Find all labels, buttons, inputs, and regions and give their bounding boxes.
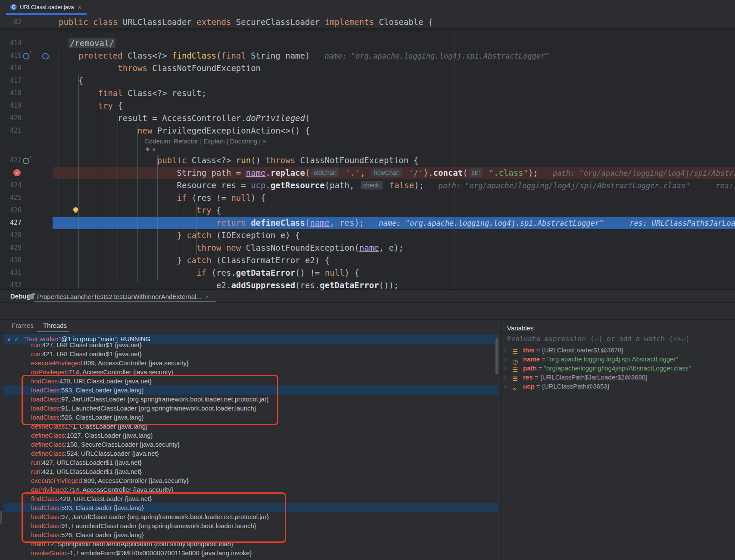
line-number: 432: [0, 279, 22, 289]
frame-method: loadClass: [31, 522, 59, 529]
stack-frame-row[interactable]: loadClass:593, ClassLoader {java.lang}: [3, 386, 498, 395]
java-class-icon: C: [10, 4, 17, 10]
frame-location: :427, URLClassLoader$1 {java.net}: [40, 459, 142, 466]
stack-frame-row[interactable]: loadClass:593, ClassLoader {java.lang}: [3, 503, 498, 512]
variable-row[interactable]: ›fname = "org.apache.logging.log4j.spi.A…: [501, 355, 735, 364]
stack-frame-row[interactable]: defineClass:524, URLClassLoader {java.ne…: [3, 449, 498, 458]
implementing-method-icon[interactable]: ↑: [23, 158, 29, 164]
debugger-inline-hint: path: "org/apache/logging/log4j/spi/Abst…: [553, 169, 735, 177]
code-text: final Class<?> result;: [59, 87, 206, 100]
frame-method: doPrivileged: [31, 486, 67, 493]
stack-frame-row[interactable]: run:427, URLClassLoader$1 {java.net}: [3, 340, 498, 349]
sticky-line: 82 public class URLClassLoader extends S…: [0, 16, 735, 29]
codeium-action-hint[interactable]: Codeium: Refactor | Explain | Docstring …: [144, 137, 266, 146]
ai-assistant-icon[interactable]: ❖ ∨: [145, 146, 156, 153]
stack-frame-row[interactable]: doPrivileged:714, AccessController {java…: [3, 367, 498, 376]
variable-row[interactable]: ›this = {URLClassLoader$1@3678}: [501, 345, 735, 355]
breakpoint-icon[interactable]: ✓: [13, 169, 21, 176]
code-line: 421 new PrivilegedExceptionAction<>() {: [0, 124, 735, 137]
code-editor[interactable]: 414 /removal/415↑↓ protected Class<?> fi…: [0, 16, 735, 289]
line-number: 415: [0, 50, 22, 62]
line-number: 422: [0, 154, 22, 167]
line-number: 431: [0, 267, 22, 279]
variable-text: ucp = {URLClassPath@3653}: [523, 382, 610, 391]
gradle-task-icon: [28, 294, 34, 299]
chevron-right-icon[interactable]: ›: [505, 373, 506, 382]
stack-frame-row[interactable]: defineClass:150, SecureClassLoader {java…: [3, 440, 498, 449]
frame-location: :427, URLClassLoader$1 {java.net}: [40, 341, 142, 348]
code-line: 416 throws ClassNotFoundException: [0, 62, 735, 75]
frame-location: :420, URLClassLoader {java.net}: [58, 495, 152, 502]
stack-frame-row[interactable]: loadClass:97, JarUrlClassLoader {org.spr…: [3, 512, 498, 521]
stack-frame-row[interactable]: loadClass:526, ClassLoader {java.lang}: [3, 413, 498, 422]
scrollbar-thumb[interactable]: [495, 338, 498, 374]
frame-method: invokeStatic: [31, 549, 66, 557]
debug-panel: Debug PropertiesLauncherTests2.testJarWi…: [0, 289, 735, 560]
stack-frame-row[interactable]: doPrivileged:714, AccessController {java…: [3, 485, 498, 494]
scrollbar-thumb[interactable]: [0, 511, 2, 524]
frame-method: loadClass: [31, 404, 59, 412]
frame-location: :420, URLClassLoader {java.net}: [58, 377, 152, 385]
close-icon[interactable]: ×: [206, 293, 209, 300]
chevron-right-icon[interactable]: ›: [505, 345, 506, 355]
debug-session-tab[interactable]: PropertiesLauncherTests2.testJarWithInne…: [28, 291, 209, 302]
chevron-right-icon[interactable]: ›: [505, 355, 506, 364]
frame-method: run: [31, 468, 40, 475]
stack-frame-row[interactable]: executePrivileged:809, AccessController …: [3, 358, 498, 367]
session-tab-title: PropertiesLauncherTests2.testJarWithInne…: [37, 293, 202, 300]
stack-frame-row[interactable]: run:427, URLClassLoader$1 {java.net}: [3, 458, 498, 467]
parameter-hint-chip: str:: [469, 168, 483, 177]
line-number: 417: [0, 75, 22, 87]
evaluate-expression-input[interactable]: Evaluate expression (↵) or add a watch (…: [501, 333, 735, 345]
frame-method: loadClass: [31, 395, 59, 403]
code-text: try {: [59, 204, 221, 217]
tab-title: URLClassLoader.java: [20, 4, 74, 10]
code-line: 432 e2.addSuppressed(res.getDataError())…: [0, 279, 735, 289]
code-text: if (res.getDataError() != null) {: [59, 267, 359, 279]
code-line: 418 final Class<?> result;: [0, 87, 735, 100]
tab-urlclassloader[interactable]: C URLClassLoader.java ×: [6, 0, 87, 14]
variable-row[interactable]: ›∞ucp = {URLClassPath@3653}: [501, 382, 735, 391]
watched-field-icon: ∞: [513, 383, 517, 392]
tab-threads[interactable]: Threads: [43, 322, 67, 329]
stack-frame-row[interactable]: invokeStatic:-1, LambdaForm$DMH/0x000000…: [3, 548, 498, 557]
stack-frame-row[interactable]: loadClass:91, LaunchedClassLoader {org.s…: [3, 404, 498, 413]
variable-row[interactable]: ›path = "org/apache/logging/log4j/spi/Ab…: [501, 364, 735, 373]
frame-location: :809, AccessController {java.security}: [82, 477, 189, 484]
frame-location: :12, SpringbootLoadDemoApplication {com.…: [45, 540, 234, 548]
line-number: 430: [0, 254, 22, 267]
overriding-method-icon[interactable]: ↑: [23, 53, 29, 59]
chevron-right-icon[interactable]: ›: [505, 364, 506, 373]
chevron-right-icon[interactable]: ›: [505, 382, 506, 391]
variable-value: {URLClassPath@3653}: [542, 383, 610, 390]
stack-frame-row[interactable]: findClass:420, URLClassLoader {java.net}: [3, 494, 498, 503]
sticky-code: public class URLClassLoader extends Secu…: [59, 16, 433, 28]
stack-frame-row[interactable]: loadClass:97, JarUrlClassLoader {org.spr…: [3, 395, 498, 404]
code-line: 427 return defineClass(name, res);name: …: [0, 217, 735, 229]
code-text: Resource res = ucp.getResource(path, che…: [59, 179, 735, 192]
variable-text: path = "org/apache/logging/log4j/spi/Abs…: [523, 364, 691, 373]
stack-frame-row[interactable]: main:12, SpringbootLoadDemoApplication {…: [3, 539, 498, 548]
stack-frame-row[interactable]: run:421, URLClassLoader$1 {java.net}: [3, 467, 498, 476]
variable-row[interactable]: ›res = {URLClassPath$JarLoader$2@3680}: [501, 373, 735, 382]
code-line: ✓ String path = name.replace(oldChar: '.…: [0, 167, 735, 179]
stack-frame-row[interactable]: defineClass:1027, ClassLoader {java.lang…: [3, 431, 498, 440]
frame-method: defineClass: [31, 450, 65, 457]
stack-frame-row[interactable]: loadClass:91, LaunchedClassLoader {org.s…: [3, 521, 498, 530]
stack-frame-row[interactable]: findClass:420, URLClassLoader {java.net}: [3, 376, 498, 386]
variable-name: path: [523, 364, 537, 372]
stack-frame-row[interactable]: defineClass1:-1, ClassLoader {java.lang}: [3, 422, 498, 431]
tab-frames[interactable]: Frames: [12, 322, 34, 329]
close-icon[interactable]: ×: [78, 4, 81, 11]
frame-location: :714, AccessController {java.security}: [67, 486, 174, 493]
stack-frame-row[interactable]: run:421, URLClassLoader$1 {java.net}: [3, 349, 498, 358]
frame-method: run: [31, 459, 40, 466]
frame-method: findClass: [31, 495, 58, 502]
frame-method: loadClass: [31, 504, 59, 511]
code-text: throws ClassNotFoundException: [59, 62, 261, 75]
stack-frame-row[interactable]: executePrivileged:809, AccessController …: [3, 476, 498, 485]
stack-frame-row[interactable]: loadClass:526, ClassLoader {java.lang}: [3, 530, 498, 539]
overridden-method-icon[interactable]: ↓: [42, 53, 49, 59]
variable-text: name = "org.apache.logging.log4j.spi.Abs…: [523, 355, 678, 364]
intention-bulb-icon[interactable]: [73, 207, 78, 212]
